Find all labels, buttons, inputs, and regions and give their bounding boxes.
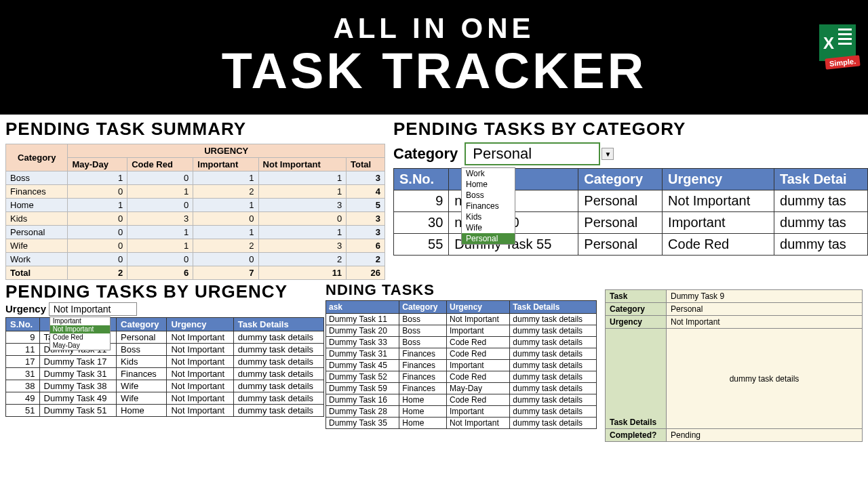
dropdown-option[interactable]: Code Red — [50, 333, 110, 342]
table-row[interactable]: Dummy Task 31FinancesCode Reddummy task … — [326, 348, 597, 360]
task-detail-card: TaskDummy Task 9 CategoryPersonal Urgenc… — [605, 289, 863, 442]
summary-table: Category URGENCY May-DayCode RedImportan… — [5, 144, 385, 280]
bycategory-section: PENDING TASKS BY CATEGORY Category Perso… — [393, 119, 868, 256]
bycat-title: PENDING TASKS BY CATEGORY — [393, 119, 868, 140]
chevron-down-icon[interactable]: ▼ — [601, 148, 614, 160]
summary-section: PENDING TASK SUMMARY Category URGENCY Ma… — [5, 119, 385, 280]
table-row[interactable]: 17Dummy Task 17KidsNot Importantdummy ta… — [6, 356, 324, 368]
title-line2: TASK TRACKER — [0, 42, 868, 100]
table-row[interactable]: Dummy Task 16HomeCode Reddummy task deta… — [326, 394, 597, 406]
byurg-label: Urgency — [5, 303, 46, 314]
table-row[interactable]: 49Dummy Task 49WifeNot Importantdummy ta… — [6, 392, 324, 405]
summary-title: PENDING TASK SUMMARY — [5, 119, 385, 140]
table-row[interactable]: Dummy Task 28HomeImportantdummy task det… — [326, 406, 597, 418]
bycat-dropdown[interactable]: WorkHomeBossFinancesKidsWifePersonal — [461, 167, 515, 245]
byurg-title: PENDING TASKS BY URGENCY — [5, 281, 324, 302]
dropdown-option[interactable]: Personal — [462, 233, 515, 244]
byurg-dropdown[interactable]: ImportantNot ImportantCode RedMay-Day — [50, 317, 111, 350]
dropdown-option[interactable]: Work — [462, 168, 515, 179]
dropdown-option[interactable]: Not Important — [50, 325, 110, 333]
table-row[interactable]: 31Dummy Task 31FinancesNot Importantdumm… — [6, 368, 324, 380]
byurgency-section: PENDING TASKS BY URGENCY Urgency Not Imp… — [5, 281, 324, 417]
title-line1: ALL IN ONE — [0, 12, 868, 45]
dropdown-option[interactable]: May-Day — [50, 342, 110, 350]
title-banner: ALL IN ONE TASK TRACKER X Simple. — [0, 0, 868, 115]
table-row[interactable]: Dummy Task 20BossImportantdummy task det… — [326, 325, 597, 337]
table-row[interactable]: Dummy Task 52FinancesCode Reddummy task … — [326, 371, 597, 383]
ptasks-title: NDING TASKS — [326, 281, 597, 299]
bycat-label: Category — [393, 145, 458, 163]
table-row[interactable]: 51Dummy Task 51HomeNot Importantdummy ta… — [6, 405, 324, 417]
dropdown-option[interactable]: Boss — [462, 190, 515, 201]
dropdown-option[interactable]: Important — [50, 317, 110, 325]
dropdown-option[interactable]: Kids — [462, 211, 515, 222]
byurg-select[interactable]: Not Important ImportantNot ImportantCode… — [49, 302, 137, 316]
excel-logo: X Simple. — [819, 24, 856, 61]
table-row[interactable]: Dummy Task 11BossNot Importantdummy task… — [326, 314, 597, 325]
bycat-select[interactable]: Personal ▼ — [465, 142, 600, 165]
table-row[interactable]: 38Dummy Task 38WifeNot Importantdummy ta… — [6, 380, 324, 392]
table-row[interactable]: Dummy Task 45FinancesImportantdummy task… — [326, 360, 597, 371]
pending-tasks-section: NDING TASKS askCategoryUrgencyTask Detai… — [326, 281, 597, 429]
ptasks-table: askCategoryUrgencyTask Details Dummy Tas… — [326, 300, 597, 429]
dropdown-option[interactable]: Finances — [462, 201, 515, 211]
dropdown-option[interactable]: Home — [462, 179, 515, 190]
table-row[interactable]: Dummy Task 35HomeNot Importantdummy task… — [326, 418, 597, 429]
dropdown-option[interactable]: Wife — [462, 222, 515, 233]
table-row[interactable]: Dummy Task 59FinancesMay-Daydummy task d… — [326, 383, 597, 394]
table-row[interactable]: Dummy Task 33BossCode Reddummy task deta… — [326, 337, 597, 348]
